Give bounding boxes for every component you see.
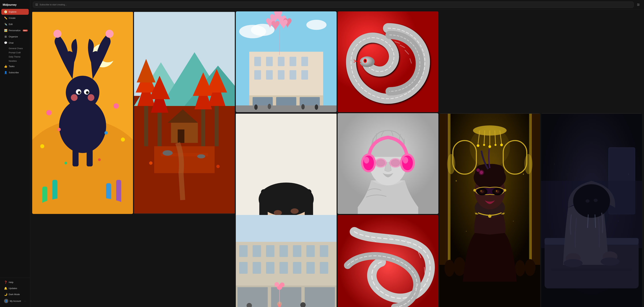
gallery-item-snake-bottom[interactable] — [338, 215, 438, 307]
svg-point-5 — [638, 5, 638, 6]
svg-point-221 — [513, 221, 514, 222]
svg-point-235 — [601, 257, 620, 266]
sidebar-item-create[interactable]: ✏️ Create — [1, 15, 29, 21]
svg-rect-249 — [306, 245, 315, 257]
svg-point-217 — [488, 214, 492, 218]
darkmode-icon: 🌙 — [4, 293, 7, 296]
chat-sub-daily-theme[interactable]: Daily Theme — [8, 55, 30, 59]
sidebar-item-darkmode[interactable]: 🌙 Dark Mode — [1, 292, 29, 297]
svg-rect-72 — [301, 57, 308, 66]
sidebar-label-personalize: Personalize — [9, 29, 21, 32]
svg-rect-82 — [236, 106, 336, 112]
svg-point-216 — [504, 189, 506, 192]
gallery-item-red-forest[interactable] — [134, 12, 235, 214]
sidebar-item-chat[interactable]: 💬 Chat — [1, 40, 29, 46]
svg-point-66 — [306, 20, 326, 30]
sidebar-label-edit: Edit — [9, 23, 12, 26]
svg-point-271 — [280, 282, 284, 287]
chat-sub-newbies[interactable]: Newbies — [8, 59, 30, 63]
svg-point-84 — [268, 104, 271, 109]
svg-point-219 — [523, 174, 524, 175]
svg-rect-247 — [280, 245, 288, 257]
svg-rect-25 — [72, 146, 78, 166]
svg-point-27 — [46, 110, 52, 115]
svg-point-86 — [315, 104, 318, 110]
sidebar-item-subscribe[interactable]: 👤 Subscribe — [1, 70, 29, 76]
svg-rect-77 — [301, 70, 308, 80]
sidebar-item-updates[interactable]: 🔔 Updates — [1, 285, 29, 291]
search-bar[interactable]: 🖼 Subscribe to start creating... — [33, 2, 634, 8]
svg-point-13 — [86, 91, 89, 94]
sidebar-item-tasks[interactable]: 👍 Tasks — [1, 64, 29, 69]
sidebar-item-personalize[interactable]: 🖼️ Personalize New! — [1, 28, 29, 33]
gallery-item-balloons-bottom[interactable] — [236, 215, 336, 307]
svg-rect-253 — [266, 262, 274, 274]
explore-icon: 🧭 — [4, 10, 7, 14]
svg-point-60 — [197, 154, 205, 158]
gallery-grid: ✦ ✦ ✦ — [32, 12, 642, 307]
settings-button[interactable] — [635, 2, 641, 8]
svg-point-93 — [364, 60, 366, 62]
svg-point-85 — [301, 104, 305, 110]
svg-point-171 — [364, 157, 369, 164]
svg-point-206 — [476, 168, 480, 172]
svg-rect-240 — [551, 268, 632, 271]
svg-point-156 — [291, 208, 299, 214]
sidebar-bottom: ❓ Help 🔔 Updates 🌙 Dark Mode 👤 My Accoun… — [0, 278, 30, 305]
svg-point-213 — [480, 190, 482, 192]
svg-rect-248 — [293, 245, 301, 257]
topbar: 🖼 Subscribe to start creating... — [30, 0, 644, 10]
sidebar-item-explore[interactable]: 🧭 Explore — [1, 9, 29, 15]
svg-point-238 — [568, 214, 568, 214]
svg-point-193 — [444, 260, 454, 276]
svg-rect-257 — [320, 262, 328, 274]
my-account-button[interactable]: 👤 My Account ··· — [1, 298, 29, 304]
svg-point-218 — [456, 180, 457, 182]
svg-point-31 — [57, 128, 61, 131]
svg-point-34 — [98, 158, 101, 161]
svg-rect-26 — [87, 146, 93, 166]
create-icon: ✏️ — [4, 16, 7, 20]
sidebar-label-updates: Updates — [9, 287, 17, 290]
sidebar-label-explore: Explore — [9, 10, 16, 13]
sidebar-label-subscribe: Subscribe — [9, 71, 19, 74]
main-content: 🖼 Subscribe to start creating... — [30, 0, 644, 307]
svg-point-30 — [121, 138, 125, 142]
svg-point-200 — [525, 259, 536, 276]
svg-rect-70 — [278, 57, 284, 66]
sidebar: Midjourney 🧭 Explore ✏️ Create ✒️ Edit 🖼… — [0, 0, 30, 307]
gallery-item-silver-snake[interactable] — [338, 12, 438, 112]
svg-point-214 — [496, 190, 497, 192]
updates-icon: 🔔 — [4, 287, 7, 290]
chat-sub-general-chaos[interactable]: General Chaos — [8, 46, 30, 50]
search-icon: 🖼 — [36, 3, 38, 6]
account-options-icon[interactable]: ··· — [24, 300, 26, 302]
svg-rect-74 — [266, 70, 273, 80]
svg-rect-264 — [248, 306, 250, 307]
gallery-item-pink-balloons[interactable] — [236, 12, 336, 112]
svg-rect-54 — [154, 146, 215, 173]
svg-point-4 — [639, 4, 639, 5]
svg-point-32 — [104, 131, 108, 134]
gallery-item-hooded-figure[interactable] — [541, 113, 642, 307]
svg-rect-76 — [290, 70, 296, 80]
sidebar-label-darkmode: Dark Mode — [9, 293, 20, 296]
organize-icon: ⊞ — [4, 35, 7, 38]
svg-point-155 — [274, 210, 282, 216]
gallery-item-moose[interactable] — [32, 12, 133, 214]
sidebar-item-help[interactable]: ❓ Help — [1, 279, 29, 285]
gallery-item-masquerade[interactable] — [440, 113, 540, 307]
gallery-item-statue-headphones[interactable] — [338, 113, 438, 214]
sidebar-item-edit[interactable]: ✒️ Edit — [1, 21, 29, 27]
svg-point-33 — [64, 162, 67, 164]
svg-point-91 — [360, 56, 374, 67]
account-name: My Account — [10, 300, 23, 302]
svg-point-239 — [618, 221, 619, 221]
svg-point-29 — [40, 144, 44, 148]
svg-rect-246 — [266, 245, 274, 257]
svg-point-28 — [114, 103, 119, 109]
chat-sub-prompt-craft[interactable]: Prompt Craft — [8, 51, 30, 55]
sidebar-item-organize[interactable]: ⊞ Organize — [1, 34, 29, 40]
svg-point-62 — [216, 165, 220, 168]
svg-rect-68 — [254, 57, 261, 66]
